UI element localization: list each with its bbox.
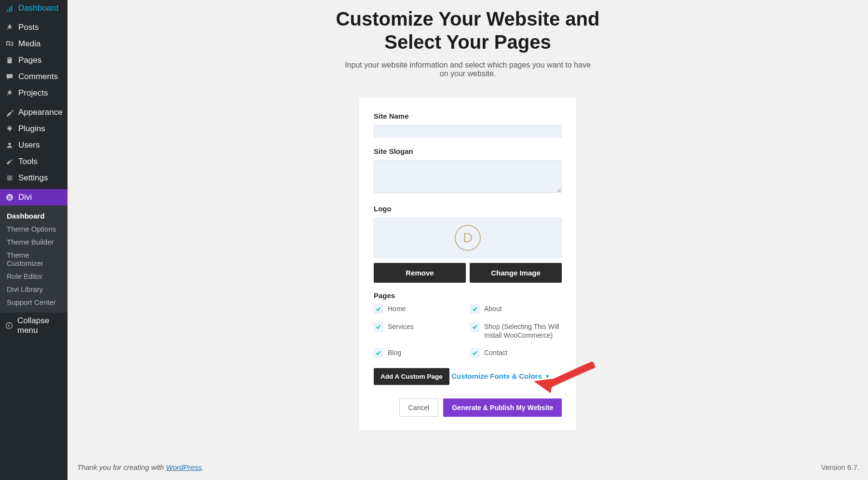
generate-publish-button[interactable]: Generate & Publish My Website [443,398,562,417]
page-label: Blog [388,348,401,357]
pages-icon [5,55,14,65]
collapse-menu[interactable]: Collapse menu [0,313,68,339]
submenu-dashboard[interactable]: Dashboard [0,209,68,222]
sidebar-item-settings[interactable]: Settings [0,170,68,186]
divi-icon: D [5,192,14,202]
appearance-icon [5,108,14,117]
sidebar-item-dashboard[interactable]: Dashboard [0,0,68,16]
sidebar-item-label: Divi [18,192,32,202]
main-content: Customize Your Website and Select Your P… [68,0,868,430]
logo-preview: D [374,218,562,258]
submenu-divi-library[interactable]: Divi Library [0,283,68,296]
sidebar-item-label: Projects [18,88,48,98]
sidebar-item-label: Comments [18,72,58,82]
admin-footer: Thank you for creating with WordPress. V… [77,463,859,471]
checkbox[interactable] [470,304,479,314]
page-checkbox-about: About [470,304,562,314]
sidebar-item-label: Dashboard [18,3,58,13]
sidebar-item-posts[interactable]: Posts [0,19,68,36]
page-subheading: Input your website information and selec… [342,61,593,78]
sidebar-item-plugins[interactable]: Plugins [0,121,68,137]
checkbox[interactable] [374,322,383,331]
submenu-theme-customizer[interactable]: Theme Customizer [0,248,68,270]
submenu-role-editor[interactable]: Role Editor [0,270,68,283]
sidebar-item-divi[interactable]: D Divi [0,189,68,206]
users-icon [5,140,14,150]
sidebar-item-projects[interactable]: Projects [0,85,68,101]
sidebar-item-tools[interactable]: Tools [0,153,68,170]
admin-sidebar: Dashboard Posts Media Pages Comments Pro… [0,0,68,480]
page-checkbox-services: Services [374,322,465,340]
customize-fonts-colors-link[interactable]: Customize Fonts & Colors ▼ [451,372,550,380]
dashboard-icon [5,3,14,13]
heading-line2: Select Your Pages [384,31,551,53]
logo-placeholder-icon: D [455,225,481,251]
sidebar-item-label: Tools [18,157,38,166]
chevron-down-icon: ▼ [545,373,550,379]
version-text: Version 6.7. [821,463,859,471]
pages-grid: Home About Services Shop (Selecting This… [374,304,562,357]
sidebar-item-label: Plugins [18,124,45,134]
add-custom-page-button[interactable]: Add A Custom Page [374,368,449,385]
media-icon [5,39,14,49]
page-label: Services [388,322,414,331]
sidebar-item-label: Settings [18,173,48,183]
site-name-input[interactable] [374,125,562,137]
submenu-theme-builder[interactable]: Theme Builder [0,235,68,248]
checkbox[interactable] [470,322,479,331]
remove-logo-button[interactable]: Remove [374,263,466,283]
settings-icon [5,173,14,183]
logo-label: Logo [374,205,562,213]
checkbox[interactable] [470,348,479,357]
page-checkbox-blog: Blog [374,348,465,357]
sidebar-item-label: Users [18,140,40,150]
change-image-button[interactable]: Change Image [470,263,562,283]
pages-label: Pages [374,291,562,300]
page-label: Home [388,304,406,313]
tools-icon [5,157,14,166]
sidebar-item-appearance[interactable]: Appearance [0,104,68,121]
wordpress-link[interactable]: WordPress [166,463,202,471]
checkbox[interactable] [374,348,383,357]
collapse-label: Collapse menu [17,316,63,335]
pin-icon [5,23,14,32]
heading-line1: Customize Your Website and [336,8,600,29]
site-slogan-label: Site Slogan [374,147,562,155]
customize-panel: Site Name Site Slogan Logo D Remove Chan… [359,97,576,430]
projects-icon [5,88,14,98]
sidebar-item-users[interactable]: Users [0,137,68,153]
svg-text:D: D [8,195,11,200]
page-label: Shop (Selecting This Will Install WooCom… [484,322,562,340]
cancel-button[interactable]: Cancel [399,398,439,417]
sidebar-item-pages[interactable]: Pages [0,52,68,69]
site-slogan-input[interactable] [374,160,562,193]
page-checkbox-shop: Shop (Selecting This Will Install WooCom… [470,322,562,340]
sidebar-item-label: Media [18,39,41,49]
svg-marker-3 [534,379,553,393]
page-checkbox-home: Home [374,304,465,314]
site-name-label: Site Name [374,112,562,120]
svg-point-2 [6,323,13,329]
page-label: About [484,304,502,313]
sidebar-item-label: Appearance [18,108,63,117]
divi-submenu: Dashboard Theme Options Theme Builder Th… [0,206,68,313]
page-checkbox-contact: Contact [470,348,562,357]
submenu-theme-options[interactable]: Theme Options [0,222,68,235]
plugins-icon [5,124,14,134]
sidebar-item-label: Pages [18,55,41,65]
checkbox[interactable] [374,304,383,314]
page-label: Contact [484,348,507,357]
comments-icon [5,72,14,82]
footer-thanks: Thank you for creating with WordPress. [77,463,204,471]
sidebar-item-label: Posts [18,23,39,32]
sidebar-item-comments[interactable]: Comments [0,69,68,85]
customize-link-label: Customize Fonts & Colors [451,372,542,380]
submenu-support-center[interactable]: Support Center [0,296,68,309]
page-heading: Customize Your Website and Select Your P… [82,0,854,54]
collapse-icon [5,321,14,330]
sidebar-item-media[interactable]: Media [0,36,68,52]
